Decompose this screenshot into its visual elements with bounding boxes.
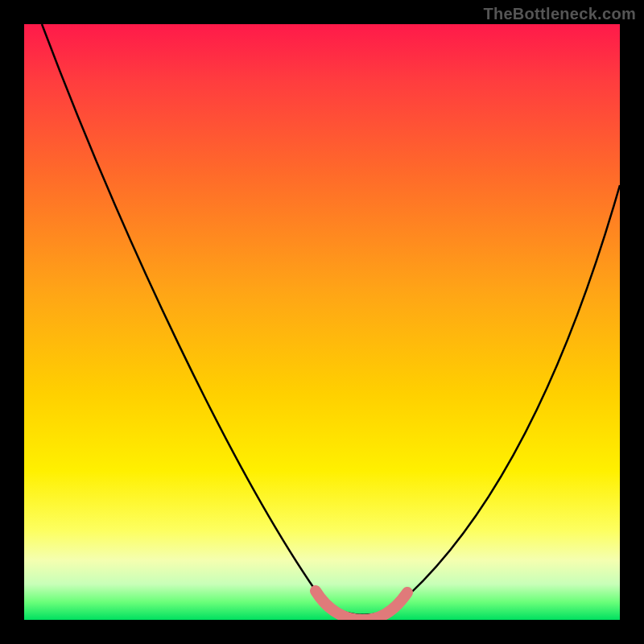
curve-layer [24,24,620,620]
bottleneck-curve [42,24,620,615]
watermark-text: TheBottleneck.com [483,5,636,23]
optimal-zone-highlight [316,591,407,620]
plot-area [24,24,620,620]
chart-frame: TheBottleneck.com [0,0,644,644]
